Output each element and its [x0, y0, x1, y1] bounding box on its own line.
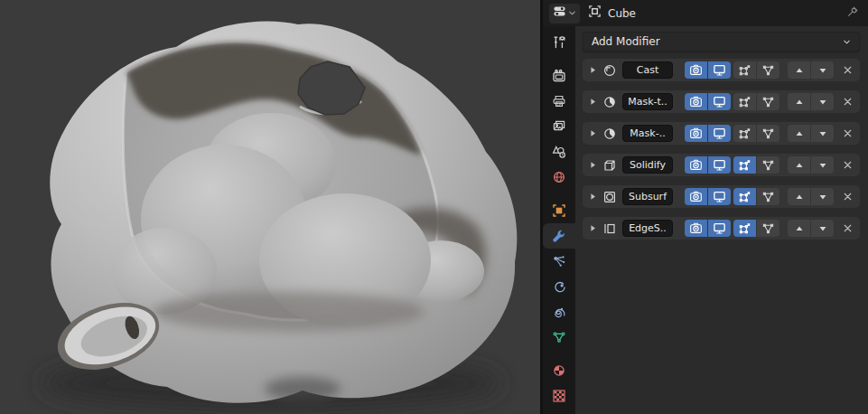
on-cage-toggle-button[interactable]	[757, 188, 779, 205]
on-cage-toggle-button[interactable]	[757, 61, 779, 79]
render-toggle-button[interactable]	[685, 93, 707, 110]
down-arrow-icon	[817, 65, 828, 76]
modifier-name-field[interactable]	[622, 188, 673, 205]
on-cage-toggle-button[interactable]	[757, 156, 779, 174]
editor-type-dropdown[interactable]	[549, 4, 580, 24]
chevron-down-icon	[568, 9, 576, 17]
realtime-toggle-button[interactable]	[708, 188, 731, 205]
realtime-toggle-button[interactable]	[708, 61, 731, 79]
tab-object[interactable]	[543, 198, 575, 223]
tab-physics[interactable]	[543, 274, 575, 299]
editmode-toggle-button[interactable]	[733, 188, 756, 205]
wrench-icon	[552, 229, 566, 243]
editmode-toggle-button[interactable]	[733, 93, 756, 110]
editmode-toggle-button[interactable]	[733, 220, 756, 237]
remove-modifier-button[interactable]	[841, 64, 854, 76]
editmode-toggle-button[interactable]	[733, 156, 756, 174]
expand-modifier-button[interactable]	[588, 223, 598, 233]
realtime-toggle-button[interactable]	[708, 156, 731, 174]
monitor-icon	[713, 158, 726, 172]
expand-modifier-button[interactable]	[588, 97, 598, 107]
modifier-stack	[583, 59, 860, 240]
modifier-name-field[interactable]	[622, 93, 673, 110]
down-arrow-icon	[817, 192, 828, 202]
tab-constraints[interactable]	[543, 299, 575, 325]
modifier-row	[583, 154, 860, 176]
tab-render[interactable]	[543, 63, 575, 89]
editmode-toggle-button[interactable]	[733, 61, 756, 79]
expand-modifier-button[interactable]	[588, 192, 598, 202]
viewport-render	[0, 0, 540, 414]
move-down-button[interactable]	[811, 93, 834, 110]
render-toggle-button[interactable]	[685, 220, 707, 237]
realtime-toggle-button[interactable]	[708, 125, 731, 142]
tab-texture[interactable]	[543, 383, 575, 409]
move-down-button[interactable]	[811, 125, 834, 142]
bottom-crease-shadow	[265, 377, 341, 400]
up-arrow-icon	[794, 128, 805, 139]
remove-modifier-button[interactable]	[841, 159, 854, 171]
expand-modifier-button[interactable]	[588, 160, 598, 170]
move-down-button[interactable]	[811, 61, 834, 79]
chevron-down-icon	[843, 38, 851, 46]
remove-modifier-button[interactable]	[841, 191, 854, 202]
modifier-name-field[interactable]	[622, 125, 673, 142]
close-icon	[842, 222, 854, 234]
render-toggle-button[interactable]	[685, 61, 707, 79]
expand-modifier-button[interactable]	[588, 65, 598, 75]
move-up-button[interactable]	[788, 125, 810, 142]
camera-icon	[689, 221, 703, 235]
tab-modifiers[interactable]	[543, 223, 575, 249]
properties-body: Add Modifier	[543, 26, 868, 414]
remove-modifier-button[interactable]	[841, 222, 854, 234]
on-cage-toggle-button[interactable]	[757, 93, 779, 110]
tab-tool[interactable]	[543, 30, 575, 55]
tab-world[interactable]	[543, 165, 575, 190]
expand-arrow-icon	[588, 160, 598, 170]
move-up-button[interactable]	[788, 93, 810, 110]
pin-button[interactable]	[846, 5, 859, 22]
move-modifier-group	[788, 125, 834, 142]
editmode-toggle-button[interactable]	[733, 125, 756, 142]
modifier-name-field[interactable]	[622, 220, 673, 237]
display-toggle-group	[685, 188, 731, 205]
mask-modifier-icon	[602, 95, 617, 109]
add-modifier-dropdown[interactable]: Add Modifier	[583, 32, 860, 52]
tab-data[interactable]	[543, 325, 575, 350]
move-up-button[interactable]	[788, 156, 810, 174]
cage-icon	[761, 190, 775, 203]
move-up-button[interactable]	[788, 188, 810, 205]
remove-modifier-button[interactable]	[841, 96, 854, 108]
tab-scene[interactable]	[543, 139, 575, 165]
modifier-row	[583, 90, 860, 113]
on-cage-toggle-button[interactable]	[757, 220, 779, 237]
remove-modifier-button[interactable]	[841, 127, 854, 139]
render-toggle-button[interactable]	[685, 125, 707, 142]
close-icon	[842, 191, 854, 202]
move-up-button[interactable]	[788, 220, 810, 237]
modifier-row	[583, 185, 860, 208]
3d-viewport[interactable]	[0, 0, 540, 414]
modifier-name-field[interactable]	[622, 61, 673, 79]
modifier-name-field[interactable]	[622, 156, 673, 174]
subsurf-modifier-icon	[602, 190, 617, 204]
move-down-button[interactable]	[811, 156, 834, 174]
cube-object[interactable]	[41, 21, 517, 410]
render-toggle-button[interactable]	[685, 156, 707, 174]
modifier-panel: Add Modifier	[575, 26, 868, 414]
tab-particles[interactable]	[543, 249, 575, 274]
down-arrow-icon	[817, 223, 828, 234]
tab-material[interactable]	[543, 358, 575, 383]
on-cage-toggle-button[interactable]	[757, 125, 779, 142]
move-down-button[interactable]	[811, 220, 834, 237]
render-toggle-button[interactable]	[685, 188, 707, 205]
tab-output[interactable]	[543, 89, 575, 114]
move-up-button[interactable]	[788, 61, 810, 79]
expand-modifier-button[interactable]	[588, 128, 598, 138]
camera-icon	[689, 127, 703, 140]
move-down-button[interactable]	[811, 188, 834, 205]
realtime-toggle-button[interactable]	[708, 93, 731, 110]
edgesplit-modifier-icon	[602, 221, 617, 236]
realtime-toggle-button[interactable]	[708, 220, 731, 237]
tab-view-layer[interactable]	[543, 114, 575, 139]
